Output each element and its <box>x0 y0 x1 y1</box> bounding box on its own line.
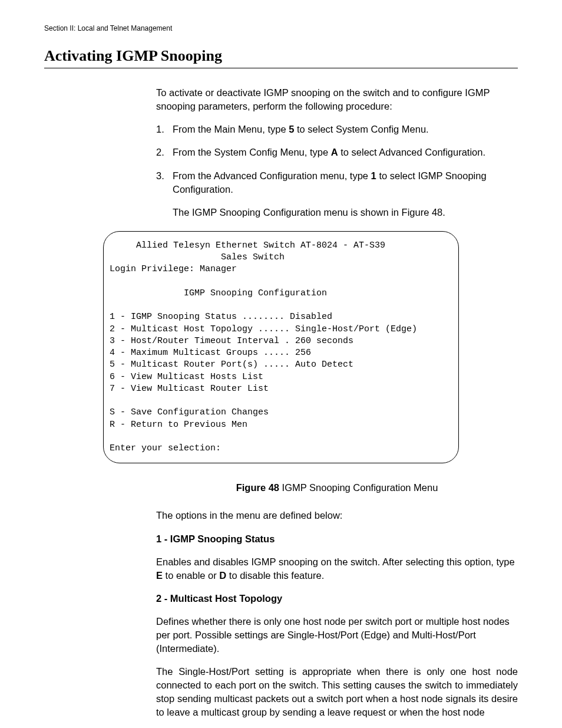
terminal-prompt: Enter your selection: <box>110 443 221 453</box>
section-header: Section II: Local and Telnet Management <box>44 24 518 34</box>
step-3: 3. From the Advanced Configuration menu,… <box>156 169 518 196</box>
option-1-mid: to enable or <box>163 570 219 581</box>
step-2: 2. From the System Config Menu, type A t… <box>156 146 518 159</box>
terminal-line: Sales Switch <box>110 252 285 262</box>
step-number: 1. <box>156 123 164 136</box>
terminal-line: Allied Telesyn Ethernet Switch AT-8024 -… <box>110 241 385 251</box>
terminal-option: 1 - IGMP Snooping Status ........ Disabl… <box>110 312 332 322</box>
step-1: 1. From the Main Menu, type 5 to select … <box>156 123 518 136</box>
option-1-desc: Enables and disables IGMP snooping on th… <box>156 555 518 582</box>
option-1-before: Enables and disables IGMP snooping on th… <box>156 556 515 567</box>
content-block: To activate or deactivate IGMP snooping … <box>156 86 518 219</box>
option-2-para2: The Single-Host/Port setting is appropri… <box>156 665 518 719</box>
step-text-before: From the System Config Menu, type <box>173 147 331 157</box>
step-number: 3. <box>156 169 164 183</box>
step-number: 2. <box>156 146 164 159</box>
step-text-before: From the Main Menu, type <box>173 124 289 134</box>
figure-text: IGMP Snooping Configuration Menu <box>279 482 438 493</box>
terminal-line: IGMP Snooping Configuration <box>110 288 327 298</box>
option-1-title: 1 - IGMP Snooping Status <box>156 532 518 546</box>
step-key: A <box>331 147 338 157</box>
after-steps-paragraph: The IGMP Snooping Configuration menu is … <box>173 206 518 219</box>
step-text-after: to select Advanced Configuration. <box>338 147 485 157</box>
terminal-option: 7 - View Multicast Router List <box>110 384 269 394</box>
intro-paragraph: To activate or deactivate IGMP snooping … <box>156 86 518 113</box>
option-1-key1: E <box>156 570 163 581</box>
steps-list: 1. From the Main Menu, type 5 to select … <box>156 123 518 196</box>
terminal-option: 5 - Multicast Router Port(s) ..... Auto … <box>110 360 353 370</box>
step-text-before: From the Advanced Configuration menu, ty… <box>173 170 371 181</box>
step-key: 1 <box>371 170 376 181</box>
option-1-key2: D <box>219 570 226 581</box>
page-title: Activating IGMP Snooping <box>44 45 518 68</box>
step-text-after: to select System Config Menu. <box>294 124 428 134</box>
options-intro: The options in the menu are defined belo… <box>156 509 518 522</box>
step-key: 5 <box>289 124 294 134</box>
figure-caption: Figure 48 IGMP Snooping Configuration Me… <box>156 481 518 495</box>
option-2-title: 2 - Multicast Host Topology <box>156 592 518 605</box>
terminal-screenshot: Allied Telesyn Ethernet Switch AT-8024 -… <box>103 231 459 464</box>
option-2-para1: Defines whether there is only one host n… <box>156 615 518 655</box>
options-block: The options in the menu are defined belo… <box>156 509 518 719</box>
terminal-option: 4 - Maximum Multicast Groups ..... 256 <box>110 348 311 358</box>
option-1-after: to disable this feature. <box>226 570 324 581</box>
terminal-line: Login Privilege: Manager <box>110 264 237 274</box>
terminal-option: R - Return to Previous Men <box>110 420 247 430</box>
terminal-option: 3 - Host/Router Timeout Interval . 260 s… <box>110 336 353 346</box>
terminal-option: 6 - View Multicast Hosts List <box>110 372 263 382</box>
terminal-option: S - Save Configuration Changes <box>110 407 269 417</box>
terminal-option: 2 - Multicast Host Topology ...... Singl… <box>110 324 417 334</box>
figure-label: Figure 48 <box>236 482 279 493</box>
